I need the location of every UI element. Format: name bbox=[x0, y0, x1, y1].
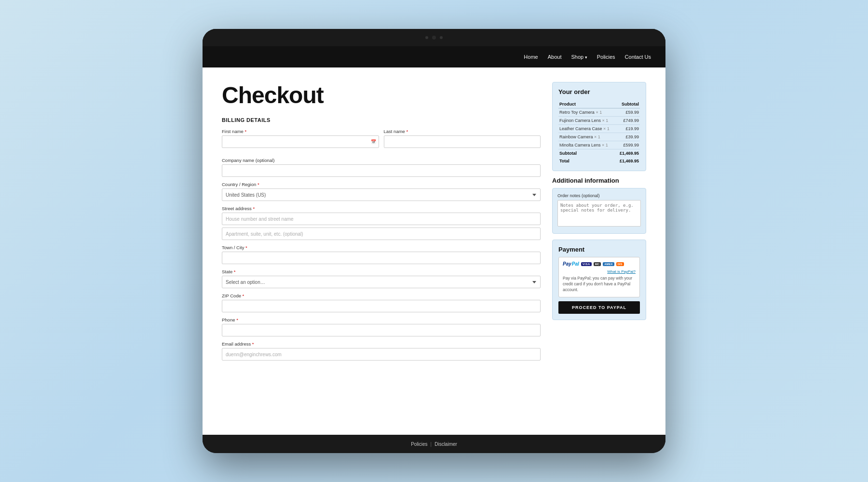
additional-info-box: Order notes (optional) bbox=[552, 188, 646, 234]
total-value: £1,469.95 bbox=[616, 157, 640, 165]
nav-links: Home About Shop Policies Contact Us bbox=[524, 54, 651, 60]
paypal-p: Pay bbox=[563, 261, 571, 267]
zip-group: ZIP Code * bbox=[222, 293, 541, 312]
footer-separator: | bbox=[431, 442, 432, 447]
payment-description: Pay via PayPal; you can pay with your cr… bbox=[563, 276, 636, 293]
phone-group: Phone * bbox=[222, 317, 541, 336]
payment-inner: PayPal VISA MC AMEX DIS What is PayPal? … bbox=[558, 257, 640, 297]
footer-disclaimer-link[interactable]: Disclaimer bbox=[434, 442, 457, 447]
last-name-input[interactable] bbox=[384, 135, 541, 148]
order-notes-input[interactable] bbox=[557, 200, 641, 227]
additional-info-title: Additional information bbox=[552, 177, 646, 184]
country-label: Country / Region * bbox=[222, 182, 541, 187]
payment-logos: PayPal VISA MC AMEX DIS bbox=[563, 261, 636, 267]
item-name-1: Fujinon Camera Lens × 1 bbox=[558, 117, 616, 125]
paypal-pal: Pal bbox=[572, 261, 579, 267]
payment-title: Payment bbox=[558, 246, 640, 253]
notes-label: Order notes (optional) bbox=[557, 193, 641, 198]
tablet-top-bar bbox=[203, 29, 665, 46]
nav-about[interactable]: About bbox=[548, 54, 562, 60]
zip-label: ZIP Code * bbox=[222, 293, 541, 298]
amex-badge: AMEX bbox=[603, 262, 614, 266]
page-content: Checkout BILLING DETAILS First name * 📅 bbox=[203, 67, 665, 435]
item-price-2: £19.99 bbox=[616, 125, 640, 133]
subtotal-label: Subtotal bbox=[558, 149, 616, 158]
street-label: Street address * bbox=[222, 206, 541, 211]
additional-info-section: Additional information Order notes (opti… bbox=[552, 177, 646, 234]
city-input[interactable] bbox=[222, 252, 541, 264]
total-label: Total bbox=[558, 157, 616, 165]
payment-box: Payment PayPal VISA MC AMEX DIS What is … bbox=[552, 240, 646, 320]
zip-input[interactable] bbox=[222, 300, 541, 312]
footer-links: Policies | Disclaimer bbox=[411, 442, 457, 447]
state-label: State * bbox=[222, 269, 541, 274]
tablet-device: Home About Shop Policies Contact Us Chec… bbox=[203, 29, 665, 453]
item-price-0: £59.99 bbox=[616, 108, 640, 117]
first-name-input-wrapper: 📅 bbox=[222, 135, 379, 148]
order-item-row: Minolta Camera Lens × 1 £599.99 bbox=[558, 141, 640, 149]
company-input[interactable] bbox=[222, 164, 541, 177]
tablet-footer: Policies | Disclaimer bbox=[203, 435, 665, 453]
first-name-input[interactable] bbox=[222, 135, 379, 148]
street-input[interactable] bbox=[222, 213, 541, 225]
first-name-group: First name * 📅 bbox=[222, 129, 379, 148]
visa-badge: VISA bbox=[581, 262, 592, 266]
item-price-3: £39.99 bbox=[616, 133, 640, 141]
order-box: Your order Product Subtotal Retro Toy Ca… bbox=[552, 82, 646, 171]
phone-label: Phone * bbox=[222, 317, 541, 322]
city-group: Town / City * bbox=[222, 245, 541, 264]
last-name-label: Last name * bbox=[384, 129, 541, 134]
item-name-2: Leather Camera Case × 1 bbox=[558, 125, 616, 133]
email-label: Email address * bbox=[222, 341, 541, 347]
mc-badge: MC bbox=[594, 262, 601, 266]
email-input[interactable] bbox=[222, 348, 541, 361]
order-table: Product Subtotal Retro Toy Camera × 1 £5… bbox=[558, 100, 640, 165]
state-group: State * Select an option… bbox=[222, 269, 541, 288]
subtotal-value: £1,469.95 bbox=[616, 149, 640, 158]
company-group: Company name (optional) bbox=[222, 158, 541, 177]
checkout-form-col: Checkout BILLING DETAILS First name * 📅 bbox=[222, 82, 541, 425]
item-name-4: Minolta Camera Lens × 1 bbox=[558, 141, 616, 149]
camera-dot-2 bbox=[440, 36, 443, 39]
speaker-dot bbox=[432, 36, 436, 40]
order-item-row: Rainbow Camera × 1 £39.99 bbox=[558, 133, 640, 141]
last-name-group: Last name * bbox=[384, 129, 541, 148]
email-group: Email address * bbox=[222, 341, 541, 361]
phone-input[interactable] bbox=[222, 324, 541, 336]
nav-home[interactable]: Home bbox=[524, 54, 538, 60]
nav-contact[interactable]: Contact Us bbox=[625, 54, 651, 60]
tablet-screen: Home About Shop Policies Contact Us Chec… bbox=[203, 46, 665, 435]
state-select[interactable]: Select an option… bbox=[222, 276, 541, 288]
city-label: Town / City * bbox=[222, 245, 541, 250]
order-item-row: Leather Camera Case × 1 £19.99 bbox=[558, 125, 640, 133]
what-is-paypal-link[interactable]: What is PayPal? bbox=[563, 269, 636, 274]
company-label: Company name (optional) bbox=[222, 158, 541, 163]
nav-policies[interactable]: Policies bbox=[597, 54, 615, 60]
col-subtotal: Subtotal bbox=[616, 100, 640, 108]
order-item-row: Retro Toy Camera × 1 £59.99 bbox=[558, 108, 640, 117]
page-title: Checkout bbox=[222, 82, 541, 108]
item-name-0: Retro Toy Camera × 1 bbox=[558, 108, 616, 117]
name-row: First name * 📅 Last name * bbox=[222, 129, 541, 153]
street-group: Street address * bbox=[222, 206, 541, 240]
proceed-to-paypal-button[interactable]: PROCEED TO PAYPAL bbox=[558, 301, 640, 314]
discover-badge: DIS bbox=[616, 262, 624, 266]
country-select[interactable]: United States (US) bbox=[222, 188, 541, 201]
order-title: Your order bbox=[558, 88, 640, 95]
apt-input[interactable] bbox=[222, 228, 541, 240]
footer-policies-link[interactable]: Policies bbox=[411, 442, 427, 447]
camera-dot bbox=[425, 36, 428, 39]
item-name-3: Rainbow Camera × 1 bbox=[558, 133, 616, 141]
first-name-label: First name * bbox=[222, 129, 379, 134]
order-item-row: Fujinon Camera Lens × 1 £749.99 bbox=[558, 117, 640, 125]
nav-bar: Home About Shop Policies Contact Us bbox=[203, 46, 665, 67]
col-product: Product bbox=[558, 100, 616, 108]
billing-heading: BILLING DETAILS bbox=[222, 117, 541, 123]
item-price-1: £749.99 bbox=[616, 117, 640, 125]
paypal-logo: PayPal bbox=[563, 261, 579, 267]
order-col: Your order Product Subtotal Retro Toy Ca… bbox=[552, 82, 646, 425]
country-group: Country / Region * United States (US) bbox=[222, 182, 541, 201]
item-price-4: £599.99 bbox=[616, 141, 640, 149]
nav-shop[interactable]: Shop bbox=[571, 54, 587, 60]
